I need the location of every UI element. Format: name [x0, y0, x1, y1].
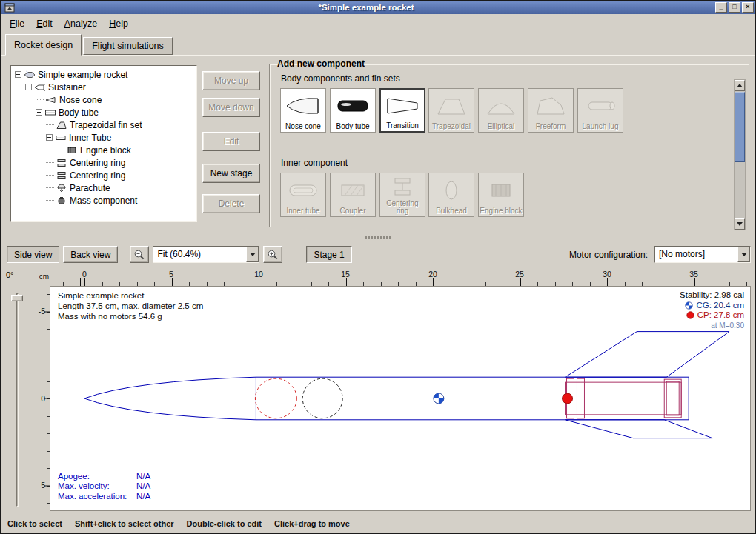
add-nose-cone-button[interactable]: Nose cone: [280, 88, 326, 133]
tree-item-trapezoidal-fin-set[interactable]: Trapezoidal fin set: [13, 119, 196, 131]
tab-rocket-design[interactable]: Rocket design: [5, 34, 82, 56]
mass-component-icon: [56, 196, 67, 205]
rocket-canvas[interactable]: Simple example rocket Length 37.5 cm, ma…: [50, 286, 751, 511]
centering-ring-icon: [56, 158, 67, 167]
zoom-in-icon: [267, 249, 279, 261]
zoom-in-button[interactable]: [263, 246, 282, 263]
cp-icon: [686, 311, 694, 319]
elliptical-fin-icon: [483, 95, 519, 117]
tab-flight-simulations[interactable]: Flight simulations: [83, 37, 173, 55]
stage-icon: [34, 83, 46, 92]
engine-block-icon: [483, 179, 519, 201]
tree-item-inner-tube[interactable]: Inner Tube: [13, 131, 196, 144]
rocket-view-area: 0° cm 0 5 10 15 20 25 30 35 -5 0 5: [1, 267, 755, 514]
add-new-component-group: Add new component Body components and fi…: [269, 59, 749, 227]
scroll-down-button[interactable]: [735, 218, 745, 230]
delete-button: Delete: [202, 194, 260, 213]
openrocket-window: *Simple example rocket _ □ × File Edit A…: [0, 0, 756, 534]
ruler-unit-label: cm: [36, 273, 49, 281]
add-elliptical-button: Elliptical: [478, 88, 524, 133]
parachute-icon: [56, 184, 67, 193]
tree-item-parachute[interactable]: Parachute: [13, 181, 196, 194]
menu-analyze[interactable]: Analyze: [59, 16, 103, 31]
menu-file[interactable]: File: [4, 16, 30, 31]
tree-item-rocket[interactable]: Simple example rocket: [13, 68, 196, 81]
rotation-angle-label: 0°: [6, 270, 14, 279]
engine-block-icon: [66, 146, 78, 155]
add-engine-block-button: Engine block: [478, 173, 524, 217]
app-icon[interactable]: [4, 3, 15, 13]
inner-tube-icon: [55, 133, 67, 142]
move-up-button: Move up: [202, 71, 260, 90]
move-down-button: Move down: [202, 98, 260, 117]
edit-button: Edit: [202, 132, 260, 151]
expander-icon[interactable]: [46, 134, 53, 141]
combo-arrow-icon[interactable]: [737, 247, 750, 262]
centering-ring-icon: [56, 171, 67, 180]
add-trapezoidal-button: Trapezoidal: [428, 88, 474, 133]
combo-arrow-icon[interactable]: [246, 247, 259, 262]
new-stage-button[interactable]: New stage: [202, 164, 260, 183]
launch-lug-icon: [583, 95, 618, 117]
window-title: *Simple example rocket: [17, 3, 715, 12]
nose-cone-icon: [45, 96, 57, 104]
inner-component-label: Inner component: [281, 158, 348, 168]
add-freeform-button: Freeform: [528, 88, 574, 133]
body-components-label: Body components and fin sets: [281, 73, 400, 84]
maximize-button[interactable]: □: [729, 2, 740, 13]
nose-cone-icon: [285, 95, 321, 117]
tree-item-sustainer[interactable]: Sustainer: [13, 81, 196, 93]
body-tube-icon: [44, 108, 56, 117]
zoom-out-button[interactable]: [130, 246, 149, 263]
cp-marker: [563, 393, 573, 404]
menubar: File Edit Analyze Help: [1, 14, 755, 33]
tree-item-body-tube[interactable]: Body tube: [13, 106, 196, 119]
add-transition-button[interactable]: Transition: [379, 88, 425, 133]
menu-edit[interactable]: Edit: [30, 16, 59, 31]
stage-1-toggle[interactable]: Stage 1: [306, 246, 351, 263]
add-inner-tube-button: Inner tube: [280, 173, 326, 217]
add-body-tube-button[interactable]: Body tube: [330, 88, 376, 133]
cg-marker: [434, 393, 444, 404]
coupler-icon: [335, 179, 371, 201]
motor-configuration-select[interactable]: [No motors]: [654, 246, 751, 263]
expander-icon[interactable]: [15, 71, 21, 78]
view-toolbar: Side view Back view Fit (60.4%) Stage 1 …: [1, 242, 755, 267]
rotation-slider-handle[interactable]: [11, 295, 23, 301]
back-view-button[interactable]: Back view: [63, 246, 118, 263]
add-bulkhead-button: Bulkhead: [428, 173, 474, 217]
fin-set-icon: [56, 121, 67, 130]
fin-upper: [566, 332, 730, 378]
rotation-slider-track[interactable]: [16, 293, 19, 507]
scroll-up-button[interactable]: [735, 80, 745, 91]
tree-item-centering-ring-2[interactable]: Centering ring: [13, 169, 196, 181]
fin-lower: [566, 420, 713, 438]
add-coupler-button: Coupler: [330, 173, 376, 217]
tree-item-mass-component[interactable]: Mass component: [13, 194, 196, 207]
panel-splitter[interactable]: [1, 233, 755, 242]
component-scrollbar[interactable]: [734, 79, 746, 230]
expander-icon[interactable]: [25, 84, 32, 90]
minimize-button[interactable]: _: [715, 2, 727, 13]
stability-info: Stability: 2.98 cal CG: 20.4 cm CP: 27.8…: [680, 290, 744, 330]
add-component-title: Add new component: [274, 59, 368, 69]
tree-item-nose-cone[interactable]: Nose cone: [13, 93, 196, 106]
close-button[interactable]: ×: [742, 2, 754, 13]
horizontal-ruler: 0 5 10 15 20 25 30 35: [50, 267, 751, 286]
status-hints: Click to select Shift+click to select ot…: [1, 514, 755, 533]
component-tree: Simple example rocket Sustainer Nose con…: [10, 65, 197, 222]
expander-icon[interactable]: [36, 109, 42, 116]
scroll-thumb[interactable]: [735, 92, 745, 162]
cg-icon: [685, 301, 693, 310]
zoom-select[interactable]: Fit (60.4%): [153, 246, 259, 263]
tab-bar: Rocket design Flight simulations: [1, 33, 755, 56]
bulkhead-icon: [434, 179, 469, 201]
tree-item-centering-ring[interactable]: Centering ring: [13, 156, 196, 169]
tree-item-engine-block[interactable]: Engine block: [13, 144, 196, 156]
add-centering-ring-button: Centering ring: [379, 173, 425, 217]
rocket-design-panel: Simple example rocket Sustainer Nose con…: [1, 56, 755, 233]
menu-help[interactable]: Help: [103, 16, 134, 31]
freeform-fin-icon: [533, 95, 568, 117]
vertical-ruler: -5 0 5: [36, 286, 50, 511]
side-view-button[interactable]: Side view: [7, 246, 59, 263]
